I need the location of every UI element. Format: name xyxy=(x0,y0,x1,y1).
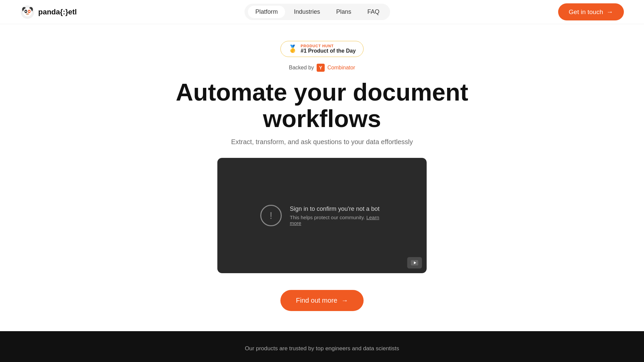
video-player[interactable]: ! Sign in to confirm you're not a bot Th… xyxy=(217,158,427,273)
exclamation-icon: ! xyxy=(270,210,272,221)
logo-icon xyxy=(20,5,35,19)
get-in-touch-button[interactable]: Get in touch → xyxy=(558,3,624,20)
yc-name: Combinator xyxy=(327,65,355,71)
svg-point-6 xyxy=(25,11,26,12)
find-out-more-button[interactable]: Find out more → xyxy=(280,290,363,311)
medal-icon: 🥇 xyxy=(288,45,297,53)
nav-industries[interactable]: Industries xyxy=(286,6,327,18)
logo[interactable]: panda{:}etl xyxy=(20,5,77,19)
backed-by-label: Backed by xyxy=(289,65,314,71)
product-hunt-info: PRODUCT HUNT #1 Product of the Day xyxy=(301,44,356,54)
product-hunt-title: #1 Product of the Day xyxy=(301,48,356,54)
video-error-heading: Sign in to confirm you're not a bot xyxy=(290,205,384,213)
error-icon: ! xyxy=(260,205,282,226)
arrow-right-icon: → xyxy=(606,8,613,16)
product-hunt-tag: PRODUCT HUNT xyxy=(301,44,356,48)
hero-title: Automate your document workflows xyxy=(171,79,473,132)
nav-plans[interactable]: Plans xyxy=(329,6,359,18)
backed-by: Backed by Y Combinator xyxy=(289,64,355,72)
svg-point-3 xyxy=(23,8,32,16)
video-error-overlay: ! Sign in to confirm you're not a bot Th… xyxy=(260,205,384,226)
find-out-more-label: Find out more xyxy=(296,297,337,304)
trust-strip: Our products are trusted by top engineer… xyxy=(0,331,644,362)
youtube-play-icon xyxy=(411,260,418,265)
logo-text: panda{:}etl xyxy=(38,8,77,16)
trust-label: Our products are trusted by top engineer… xyxy=(245,345,399,352)
svg-point-7 xyxy=(29,11,30,12)
arrow-right-icon: → xyxy=(341,297,348,304)
hero-subtitle: Extract, transform, and ask questions to… xyxy=(231,138,413,146)
yc-badge: Y xyxy=(317,64,325,72)
video-error-text: Sign in to confirm you're not a bot This… xyxy=(290,205,384,226)
nav-faq[interactable]: FAQ xyxy=(360,6,387,18)
hero-section: 🥇 PRODUCT HUNT #1 Product of the Day Bac… xyxy=(0,24,644,331)
video-error-body: This helps protect our community. Learn … xyxy=(290,215,384,226)
nav-platform[interactable]: Platform xyxy=(248,6,285,18)
play-button[interactable] xyxy=(407,257,422,268)
product-hunt-badge[interactable]: 🥇 PRODUCT HUNT #1 Product of the Day xyxy=(280,41,363,57)
main-nav: Platform Industries Plans FAQ xyxy=(245,4,390,20)
